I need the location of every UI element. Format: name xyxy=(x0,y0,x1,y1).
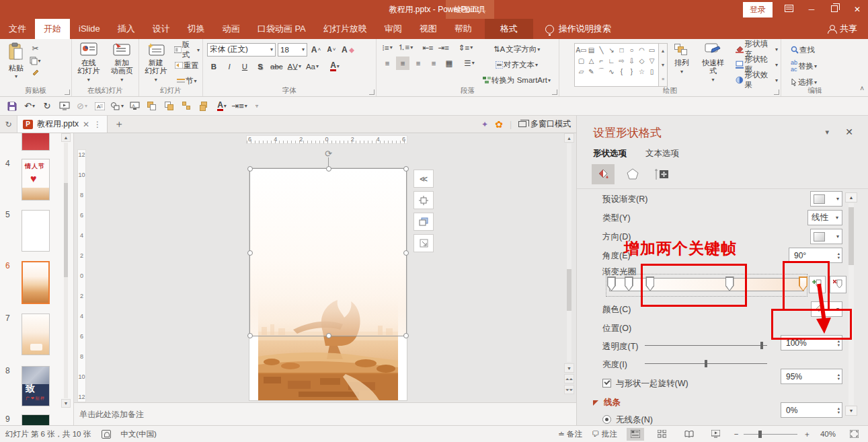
scroll-down-icon[interactable]: ▼ xyxy=(61,399,71,408)
font-name-combo[interactable]: 宋体 (正文)▾ xyxy=(207,43,276,57)
redo-icon[interactable]: ↻ xyxy=(39,99,55,114)
underline-icon[interactable]: U xyxy=(238,60,251,73)
quick-styles-button[interactable]: 快速样式▾ xyxy=(696,40,730,87)
shapes-icon[interactable]: ▾ xyxy=(109,99,125,114)
ribbon-display-options-icon[interactable] xyxy=(782,5,795,14)
reading-view-icon[interactable] xyxy=(680,428,698,441)
qat-indent-icon[interactable]: ⇥≡▾ xyxy=(231,99,247,114)
strikethrough-icon[interactable]: abc xyxy=(269,60,284,73)
new-animation-page-button[interactable]: 新加动画页 ▾ xyxy=(107,40,138,86)
tab-islide[interactable]: iSlide xyxy=(70,19,109,39)
gradient-overlay-shape[interactable] xyxy=(249,168,407,336)
slide-sorter-view-icon[interactable] xyxy=(654,428,671,441)
zoom-out-icon[interactable]: − xyxy=(734,430,739,438)
comments-toggle-button[interactable]: 🗩 批注 xyxy=(592,429,617,439)
transparency-spinner[interactable]: 95%▴▾ xyxy=(781,369,842,384)
font-color-icon[interactable]: A▾ xyxy=(328,60,342,73)
tell-me-search[interactable]: 操作说明搜索 xyxy=(545,19,611,39)
scroll-up-icon[interactable]: ▲ xyxy=(845,192,857,202)
italic-icon[interactable]: I xyxy=(223,60,236,73)
rotate-handle[interactable]: ⟳ xyxy=(323,149,333,159)
preset-gradient-dropdown[interactable]: ▾ xyxy=(810,191,842,207)
align-left-icon[interactable]: ≡ xyxy=(381,57,394,70)
layout-button[interactable]: 版式▾ xyxy=(173,43,201,57)
tab-home[interactable]: 开始 xyxy=(35,19,70,39)
slide-thumbnail-5[interactable] xyxy=(22,210,50,252)
tab-design[interactable]: 设计 xyxy=(144,19,179,39)
align-text-button[interactable]: 对齐文本▾ xyxy=(481,58,552,71)
section-button[interactable]: 节▾ xyxy=(173,74,201,87)
brightness-spinner[interactable]: 0%▴▾ xyxy=(781,402,842,418)
size-properties-icon[interactable] xyxy=(651,164,674,184)
tab-slideshow[interactable]: 幻灯片放映 xyxy=(315,19,376,39)
close-tab-icon[interactable]: ✕ xyxy=(83,120,89,129)
paragraph-dialog-launcher[interactable] xyxy=(552,89,557,95)
gradient-stop[interactable] xyxy=(625,277,633,291)
shapes-gallery[interactable]: A▭▤╲↘□○◠▭ ▢△⌐∟⇨⇩◇▽ ▱✎⌒∿{}☆▯ xyxy=(574,43,659,87)
multi-window-mode-button[interactable]: 多窗口模式 xyxy=(518,118,571,130)
tab-help[interactable]: 帮助 xyxy=(446,19,481,39)
drawing-dialog-launcher[interactable] xyxy=(774,89,779,95)
char-spacing-icon[interactable]: A̲V̲▾ xyxy=(286,60,303,73)
line-spacing-icon[interactable]: ⇕≡▾ xyxy=(457,41,474,54)
sign-in-button[interactable]: 登录 xyxy=(743,2,773,17)
scrollbar-thumb[interactable] xyxy=(567,269,571,311)
zoom-to-selection-icon[interactable] xyxy=(413,191,434,209)
font-dialog-launcher[interactable] xyxy=(369,89,374,95)
tab-animations[interactable]: 动画 xyxy=(214,19,249,39)
bullets-icon[interactable]: ⁝≡▾ xyxy=(381,41,394,54)
clear-formatting-icon[interactable]: A xyxy=(340,43,356,57)
slide-thumbnail-9[interactable] xyxy=(22,414,50,425)
clipboard-dialog-launcher[interactable] xyxy=(65,89,70,95)
smartart-button[interactable]: 转换为 SmartArt▾ xyxy=(481,73,552,87)
notes-toggle-button[interactable]: ≐ 备注 xyxy=(558,429,582,439)
zoom-slider-thumb[interactable] xyxy=(758,431,762,438)
paste-button[interactable]: 粘贴▾ xyxy=(5,40,27,81)
share-button[interactable]: 共享 xyxy=(828,19,868,39)
minimize-icon[interactable]: ─ xyxy=(805,5,818,14)
accessibility-checker-icon[interactable] xyxy=(102,430,111,439)
restore-icon[interactable] xyxy=(828,5,841,14)
increase-font-icon[interactable]: A˄ xyxy=(309,43,323,57)
transparency-slider-thumb[interactable] xyxy=(760,342,763,349)
tab-text-options[interactable]: 文本选项 xyxy=(645,148,679,159)
decrease-indent-icon[interactable]: ⇤≡ xyxy=(421,41,434,54)
no-line-radio[interactable]: 无线条(N) xyxy=(602,414,653,426)
reset-button[interactable]: 重置 xyxy=(173,59,201,72)
arrange-button[interactable]: 排列▾ xyxy=(672,40,692,87)
rotate-with-shape-checkbox[interactable]: 与形状一起旋转(W) xyxy=(602,378,688,390)
decrease-font-icon[interactable]: A˅ xyxy=(325,43,338,57)
brightness-slider[interactable] xyxy=(645,363,767,364)
normal-view-icon[interactable] xyxy=(627,428,644,441)
slide-thumbnail-4[interactable] xyxy=(22,159,50,200)
online-slides-button[interactable]: 在线幻灯片 ▾ xyxy=(73,40,104,86)
close-icon[interactable]: ✕ xyxy=(851,5,864,14)
canvas-scrollbar[interactable]: ▲ ▼ ⏶⏶ ⏷⏷ xyxy=(564,133,574,425)
previous-slide-icon[interactable]: ⏶⏶ xyxy=(564,374,574,383)
change-case-icon[interactable]: Aa▾ xyxy=(305,60,320,73)
replace-button[interactable]: abac 替换▾ xyxy=(789,59,847,73)
resize-pane-icon[interactable] xyxy=(413,234,434,252)
scroll-down-icon[interactable]: ▼ xyxy=(564,363,574,373)
gradient-direction-dropdown[interactable]: ▾ xyxy=(810,229,842,244)
scrollbar-thumb[interactable] xyxy=(849,207,854,265)
gear-icon[interactable]: ✿ xyxy=(495,119,503,130)
scroll-up-icon[interactable]: ▲ xyxy=(61,133,71,142)
slide-thumbnail-partial[interactable] xyxy=(22,133,50,151)
history-icon[interactable]: ↻ xyxy=(0,116,17,133)
collapse-up-icon[interactable]: ≪ xyxy=(413,170,434,188)
save-icon[interactable] xyxy=(4,99,20,114)
slide-thumbnail-8[interactable]: 广 ❤ 别 样 xyxy=(22,366,50,406)
panel-close-icon[interactable]: ✕ xyxy=(845,126,853,137)
zoom-in-icon[interactable]: ＋ xyxy=(803,429,811,439)
tab-file[interactable]: 文件 xyxy=(0,19,35,39)
panel-scrollbar[interactable]: ▲ ▼ xyxy=(845,192,857,416)
group-objects-icon[interactable] xyxy=(179,99,195,114)
layers-icon[interactable] xyxy=(413,213,434,231)
textbox-icon[interactable]: A xyxy=(91,99,108,114)
align-center-icon[interactable]: ≡ xyxy=(396,57,409,70)
fit-to-window-icon[interactable] xyxy=(845,428,863,441)
bold-icon[interactable]: B xyxy=(207,60,221,73)
qat-font-color-icon[interactable]: A▾ xyxy=(214,99,230,114)
slide-thumbnail-6-selected[interactable] xyxy=(22,261,50,304)
